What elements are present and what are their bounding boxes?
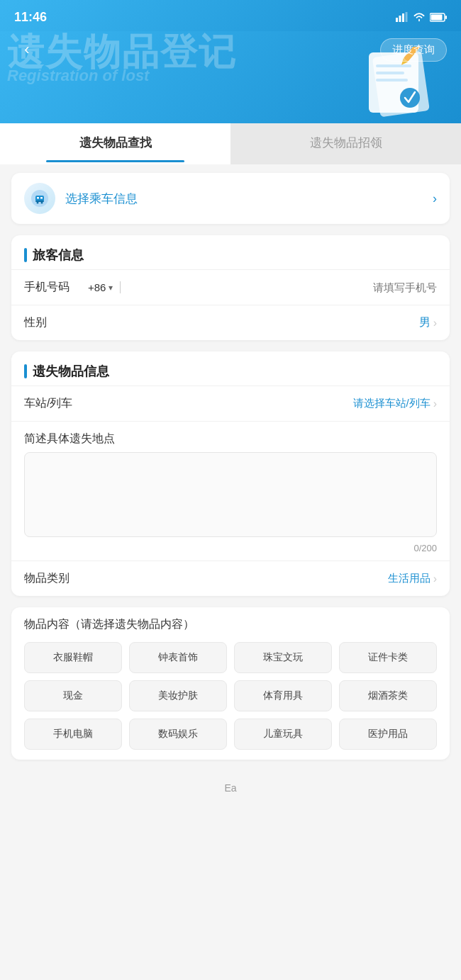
status-icons [396,12,447,22]
ride-selector-label: 选择乘车信息 [65,191,423,207]
tag-item[interactable]: 医护用品 [339,719,437,750]
station-label: 车站/列车 [24,396,88,411]
tag-item[interactable]: 现金 [24,680,122,711]
location-textarea[interactable] [24,452,437,537]
gender-value-container: 男 › [88,315,437,330]
category-arrow-icon: › [433,573,437,585]
status-bar: 11:46 [0,0,461,31]
lost-item-section: 遗失物品信息 车站/列车 请选择车站/列车 › 简述具体遗失地点 0/200 物… [11,351,450,596]
phone-label: 手机号码 [24,280,88,295]
tags-grid: 衣服鞋帽钟表首饰珠宝文玩证件卡类现金美妆护肤体育用具烟酒茶类手机电脑数码娱乐儿童… [24,642,437,750]
main-content: 选择乘车信息 › 旅客信息 手机号码 +86 ▾ 性别 男 › [0,164,461,813]
status-time: 11:46 [14,10,47,25]
category-label: 物品类别 [24,571,88,586]
svg-point-15 [400,88,420,108]
tag-item[interactable]: 证件卡类 [339,642,437,673]
item-content-section: 物品内容（请选择遗失物品内容） 衣服鞋帽钟表首饰珠宝文玩证件卡类现金美妆护肤体育… [11,607,450,760]
header-nav: ‹ 进度查询 [14,37,447,62]
svg-rect-0 [396,18,398,22]
tag-item[interactable]: 珠宝文玩 [234,642,332,673]
svg-rect-9 [376,64,411,67]
header: 遗失物品登记 Registration of lost ‹ 进度查询 [0,31,461,123]
location-section: 简述具体遗失地点 0/200 [11,421,450,561]
passenger-section-header: 旅客信息 [11,235,450,269]
phone-value: +86 ▾ [88,281,437,293]
item-content-label: 物品内容（请选择遗失物品内容） [24,617,437,632]
svg-rect-5 [431,14,443,20]
progress-query-button[interactable]: 进度查询 [380,38,447,62]
station-placeholder: 请选择车站/列车 [353,397,431,410]
category-value-container: 生活用品 › [88,572,437,585]
ride-arrow-icon: › [433,191,437,206]
svg-rect-6 [445,16,447,19]
lost-item-section-header: 遗失物品信息 [11,351,450,385]
ride-icon [24,183,55,214]
tag-item[interactable]: 数码娱乐 [129,719,227,750]
tag-item[interactable]: 衣服鞋帽 [24,642,122,673]
category-row[interactable]: 物品类别 生活用品 › [11,561,450,596]
phone-row: 手机号码 +86 ▾ [11,269,450,305]
passenger-info-section: 旅客信息 手机号码 +86 ▾ 性别 男 › [11,235,450,340]
tag-item[interactable]: 体育用具 [234,680,332,711]
tabs-container: 遗失物品查找 遗失物品招领 [0,123,461,164]
tag-item[interactable]: 儿童玩具 [234,719,332,750]
passenger-section-title: 旅客信息 [33,247,84,264]
station-arrow-icon: › [433,398,437,410]
char-count: 0/200 [24,540,437,561]
location-label: 简述具体遗失地点 [24,422,437,452]
tag-item[interactable]: 美妆护肤 [129,680,227,711]
wifi-icon [413,12,426,22]
tag-item[interactable]: 手机电脑 [24,719,122,750]
phone-prefix-chevron: ▾ [109,283,113,293]
back-button[interactable]: ‹ [14,37,40,62]
header-bg-en-text: Registration of lost [7,67,149,85]
svg-point-22 [41,202,43,204]
station-row[interactable]: 车站/列车 请选择车站/列车 › [11,385,450,421]
svg-rect-18 [37,197,39,199]
lost-item-section-title: 遗失物品信息 [33,363,109,380]
tag-item[interactable]: 烟酒茶类 [339,680,437,711]
bottom-hint: Ea [11,771,450,805]
gender-row[interactable]: 性别 男 › [11,305,450,340]
station-value-container: 请选择车站/列车 › [88,397,437,410]
ride-selector[interactable]: 选择乘车信息 › [11,173,450,224]
lost-item-indicator [24,364,27,378]
gender-label: 性别 [24,315,88,330]
svg-rect-3 [406,12,408,22]
svg-rect-1 [399,16,401,22]
svg-rect-17 [35,196,44,201]
phone-input[interactable] [128,281,437,293]
svg-rect-20 [35,201,44,202]
battery-icon [430,13,447,22]
tab-claim[interactable]: 遗失物品招领 [230,123,461,164]
gender-arrow-icon: › [433,317,437,330]
category-value: 生活用品 [388,572,431,585]
phone-prefix[interactable]: +86 ▾ [88,281,121,293]
section-indicator [24,248,27,262]
svg-point-21 [37,202,39,204]
svg-rect-19 [40,197,43,199]
gender-value: 男 [419,315,431,330]
tab-find[interactable]: 遗失物品查找 [0,123,230,164]
svg-rect-10 [376,72,404,74]
svg-rect-11 [376,79,408,81]
svg-rect-2 [402,13,404,22]
tag-item[interactable]: 钟表首饰 [129,642,227,673]
signal-icon [396,12,409,22]
